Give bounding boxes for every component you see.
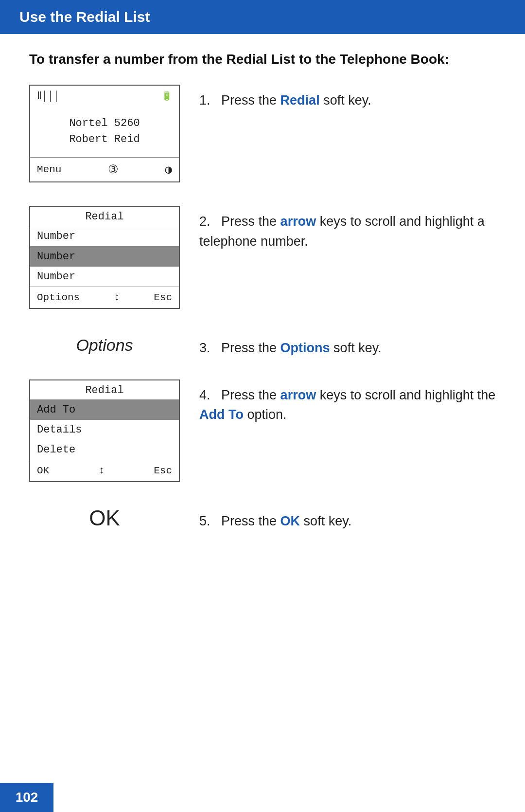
- step-4-after: keys to scroll and highlight the: [316, 388, 495, 402]
- step-2-before: Press the: [221, 214, 280, 229]
- phone-list-item-4-2: Details: [30, 420, 179, 440]
- phone-screen-4: Redial Add To Details Delete OK ↕ Esc: [29, 379, 180, 482]
- phone-name1: Nortel 5260: [37, 115, 172, 131]
- step-3-text: 3. Press the Options soft key.: [199, 332, 496, 358]
- phone-icon-1: ③: [108, 162, 119, 177]
- step-5-highlight: OK: [280, 514, 300, 528]
- page-title: Use the Redial List: [19, 9, 150, 25]
- phone-list-item-2-1: Number: [30, 226, 179, 246]
- phone-name-area: Nortel 5260 Robert Reid: [30, 106, 179, 157]
- phone-icon-2: ◑: [165, 162, 172, 177]
- phone-screen-2: Redial Number Number Number Options ↕ Es…: [29, 206, 180, 309]
- phone-screen-1: Ⅱ│││ 🔋 Nortel 5260 Robert Reid Menu ③ ◑: [29, 85, 180, 182]
- step-2-row: Redial Number Number Number Options ↕ Es…: [29, 206, 496, 309]
- step-3-before: Press the: [221, 341, 280, 355]
- step-2-highlight: arrow: [280, 214, 316, 229]
- step-4-before: Press the: [221, 388, 280, 402]
- step-3-after: soft key.: [330, 341, 382, 355]
- step-5-after: soft key.: [300, 514, 351, 528]
- step-4-highlight: arrow: [280, 388, 316, 402]
- phone-title-bar-4: Redial: [30, 380, 179, 400]
- step-5-number: 5.: [199, 514, 218, 528]
- phone-list-item-2-3: Number: [30, 267, 179, 287]
- phone-bottom-bar-1: Menu ③ ◑: [30, 158, 179, 181]
- phone-top-bar-1: Ⅱ│││ 🔋: [30, 86, 179, 106]
- step-4-after2: option.: [244, 407, 287, 422]
- step-1-after: soft key.: [320, 93, 371, 108]
- phone-esc-label-4: Esc: [154, 465, 172, 476]
- step-5-text: 5. Press the OK soft key.: [199, 505, 496, 531]
- phone-menu-label: Menu: [37, 164, 61, 175]
- battery-icon: 🔋: [161, 90, 172, 101]
- main-content: To transfer a number from the Redial Lis…: [0, 52, 525, 591]
- phone-list-item-2-2: Number: [30, 247, 179, 267]
- section-title: To transfer a number from the Redial Lis…: [29, 52, 496, 67]
- step-1-row: Ⅱ│││ 🔋 Nortel 5260 Robert Reid Menu ③ ◑ …: [29, 85, 496, 182]
- step-3-number: 3.: [199, 341, 218, 355]
- phone-options-label: Options: [37, 292, 80, 303]
- phone-title-bar-2: Redial: [30, 207, 179, 226]
- step-1-highlight: Redial: [280, 93, 320, 108]
- ok-label: OK: [29, 506, 180, 530]
- step-2-number: 2.: [199, 214, 218, 229]
- phone-list-item-4-1: Add To: [30, 400, 179, 420]
- step-1-text: 1. Press the Redial soft key.: [199, 85, 496, 110]
- phone-arrow-icon-4: ↕: [98, 465, 105, 476]
- page-number: 102: [16, 790, 38, 805]
- step-4-number: 4.: [199, 388, 218, 402]
- step-2-text: 2. Press the arrow keys to scroll and hi…: [199, 206, 496, 251]
- signal-icon: Ⅱ│││: [37, 90, 59, 102]
- phone-name2: Robert Reid: [37, 131, 172, 147]
- phone-arrow-icon: ↕: [114, 292, 120, 303]
- step-5-before: Press the: [221, 514, 280, 528]
- step-4-row: Redial Add To Details Delete OK ↕ Esc 4.…: [29, 379, 496, 482]
- page-footer: 102: [0, 783, 53, 812]
- options-label: Options: [29, 336, 180, 355]
- phone-bottom-bar-4: OK ↕ Esc: [30, 460, 179, 481]
- step-4-text: 4. Press the arrow keys to scroll and hi…: [199, 379, 496, 425]
- phone-list-item-4-3: Delete: [30, 440, 179, 460]
- page-header: Use the Redial List: [0, 0, 525, 34]
- step-5-row: OK 5. Press the OK soft key.: [29, 505, 496, 531]
- step-3-highlight: Options: [280, 341, 330, 355]
- step-4-highlight2: Add To: [199, 407, 244, 422]
- phone-bottom-bar-2: Options ↕ Esc: [30, 287, 179, 308]
- step-1-number: 1.: [199, 93, 218, 108]
- step-1-before: Press the: [221, 93, 280, 108]
- phone-ok-label: OK: [37, 465, 49, 476]
- step-3-row: Options 3. Press the Options soft key.: [29, 332, 496, 358]
- phone-esc-label: Esc: [154, 292, 172, 303]
